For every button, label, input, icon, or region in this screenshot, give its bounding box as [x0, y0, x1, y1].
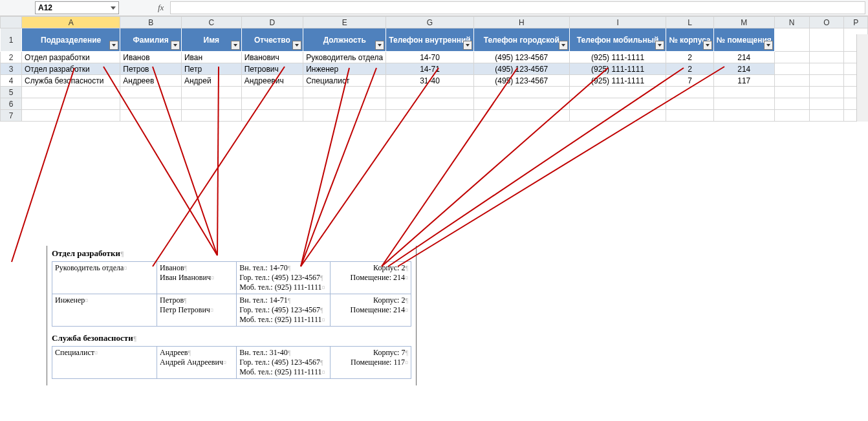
cell-5-0[interactable]: [21, 87, 120, 98]
cell-6-10[interactable]: [774, 98, 809, 110]
column-header-corner[interactable]: [1, 17, 22, 28]
filter-button-D[interactable]: [292, 41, 301, 50]
cell-4-C[interactable]: Андрей: [181, 75, 241, 87]
cell-3-G[interactable]: 14-71: [386, 63, 473, 75]
filter-button-E[interactable]: [375, 41, 384, 50]
cell-2-B[interactable]: Иванов: [120, 52, 182, 63]
chevron-down-icon[interactable]: [111, 6, 116, 10]
cell-7-8[interactable]: [666, 110, 713, 122]
cell-4-N[interactable]: [774, 75, 809, 87]
filter-button-G[interactable]: [463, 41, 472, 50]
table-header-M[interactable]: № помещения: [713, 28, 774, 52]
table-header-E[interactable]: Должность: [303, 28, 386, 52]
cell-6-0[interactable]: [21, 98, 120, 110]
name-box[interactable]: A12: [35, 1, 119, 14]
row-header-6[interactable]: 6: [1, 98, 22, 110]
column-header-L[interactable]: L: [666, 17, 713, 28]
table-header-C[interactable]: Имя: [181, 28, 241, 52]
cell-3-O[interactable]: [809, 63, 844, 75]
table-header-I[interactable]: Телефон мобильный: [569, 28, 666, 52]
cell-7-4[interactable]: [303, 110, 386, 122]
column-header-B[interactable]: B: [120, 17, 182, 28]
filter-button-M[interactable]: [764, 41, 773, 50]
cell-4-L[interactable]: 7: [666, 75, 713, 87]
cell-6-9[interactable]: [713, 98, 774, 110]
cell-7-7[interactable]: [569, 110, 666, 122]
cell-5-8[interactable]: [666, 87, 713, 98]
cell-1-N[interactable]: [774, 28, 809, 52]
cell-5-10[interactable]: [774, 87, 809, 98]
cell-2-E[interactable]: Руководитель отдела: [303, 52, 386, 63]
row-header-2[interactable]: 2: [1, 52, 22, 63]
cell-5-7[interactable]: [569, 87, 666, 98]
cell-1-O[interactable]: [809, 28, 844, 52]
cell-5-4[interactable]: [303, 87, 386, 98]
cell-2-L[interactable]: 2: [666, 52, 713, 63]
fx-label[interactable]: fx: [158, 3, 164, 13]
cell-2-D[interactable]: Иванович: [241, 52, 303, 63]
table-header-H[interactable]: Телефон городской: [473, 28, 569, 52]
cell-6-2[interactable]: [181, 98, 241, 110]
table-header-B[interactable]: Фамилия: [120, 28, 182, 52]
cell-4-G[interactable]: 31-40: [386, 75, 473, 87]
cell-5-1[interactable]: [120, 87, 182, 98]
column-header-P[interactable]: P: [844, 17, 868, 28]
cell-7-1[interactable]: [120, 110, 182, 122]
row-header-7[interactable]: 7: [1, 110, 22, 122]
column-header-E[interactable]: E: [303, 17, 386, 28]
cell-4-D[interactable]: Андреевич: [241, 75, 303, 87]
cell-5-3[interactable]: [241, 87, 303, 98]
cell-2-I[interactable]: (925) 111-1111: [569, 52, 666, 63]
cell-4-B[interactable]: Андреев: [120, 75, 182, 87]
cell-6-3[interactable]: [241, 98, 303, 110]
column-header-M[interactable]: M: [713, 17, 774, 28]
cell-2-H[interactable]: (495) 123-4567: [473, 52, 569, 63]
row-header-3[interactable]: 3: [1, 63, 22, 75]
table-header-L[interactable]: № корпуса: [666, 28, 713, 52]
cell-6-5[interactable]: [386, 98, 473, 110]
cell-3-C[interactable]: Петр: [181, 63, 241, 75]
table-header-D[interactable]: Отчество: [241, 28, 303, 52]
cell-2-O[interactable]: [809, 52, 844, 63]
cell-7-2[interactable]: [181, 110, 241, 122]
cell-4-A[interactable]: Служба безопасности: [21, 75, 120, 87]
cell-3-E[interactable]: Инженер: [303, 63, 386, 75]
cell-6-11[interactable]: [809, 98, 844, 110]
cell-3-A[interactable]: Отдел разработки: [21, 63, 120, 75]
column-header-I[interactable]: I: [569, 17, 666, 28]
filter-button-H[interactable]: [559, 41, 568, 50]
cell-4-H[interactable]: (495) 123-4567: [473, 75, 569, 87]
cell-2-A[interactable]: Отдел разработки: [21, 52, 120, 63]
filter-button-A[interactable]: [109, 41, 118, 50]
column-header-A[interactable]: A: [21, 17, 120, 28]
row-header-5[interactable]: 5: [1, 87, 22, 98]
cell-6-1[interactable]: [120, 98, 182, 110]
cell-3-B[interactable]: Петров: [120, 63, 182, 75]
cell-4-O[interactable]: [809, 75, 844, 87]
cell-7-9[interactable]: [713, 110, 774, 122]
cell-6-8[interactable]: [666, 98, 713, 110]
filter-button-B[interactable]: [171, 41, 180, 50]
cell-4-I[interactable]: (925) 111-1111: [569, 75, 666, 87]
column-header-G[interactable]: G: [386, 17, 473, 28]
cell-7-6[interactable]: [473, 110, 569, 122]
cell-4-E[interactable]: Специалист: [303, 75, 386, 87]
cell-5-9[interactable]: [713, 87, 774, 98]
cell-3-N[interactable]: [774, 63, 809, 75]
column-header-O[interactable]: O: [809, 17, 844, 28]
cell-7-3[interactable]: [241, 110, 303, 122]
cell-6-7[interactable]: [569, 98, 666, 110]
table-header-G[interactable]: Телефон внутренний: [386, 28, 473, 52]
worksheet[interactable]: ABCDEGHILMNOP1ПодразделениеФамилияИмяОтч…: [0, 16, 868, 122]
cell-2-M[interactable]: 214: [713, 52, 774, 63]
cell-7-0[interactable]: [21, 110, 120, 122]
filter-button-C[interactable]: [231, 41, 240, 50]
row-header-4[interactable]: 4: [1, 75, 22, 87]
cell-3-L[interactable]: 2: [666, 63, 713, 75]
cell-5-5[interactable]: [386, 87, 473, 98]
cell-2-G[interactable]: 14-70: [386, 52, 473, 63]
cell-3-M[interactable]: 214: [713, 63, 774, 75]
cell-2-C[interactable]: Иван: [181, 52, 241, 63]
cell-7-5[interactable]: [386, 110, 473, 122]
cell-7-11[interactable]: [809, 110, 844, 122]
